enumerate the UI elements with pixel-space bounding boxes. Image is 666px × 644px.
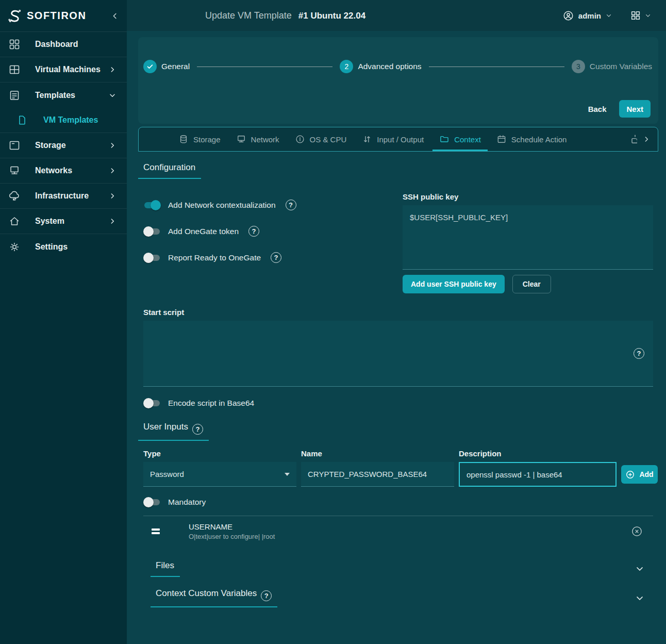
file-icon [16, 114, 28, 126]
sidebar-item-system[interactable]: System [0, 209, 127, 234]
main-content: General 2 Advanced options 3 Custom Vari… [127, 31, 666, 644]
description-input[interactable] [459, 462, 617, 487]
sidebar-collapse-button[interactable] [110, 11, 120, 21]
tab-schedule-action[interactable]: Schedule Action [490, 127, 574, 151]
page-title-entity: #1 Ubuntu 22.04 [298, 11, 365, 21]
page-title-text: Update VM Template [205, 10, 292, 21]
name-input[interactable] [301, 462, 454, 487]
network-contextualization-toggle[interactable] [143, 200, 161, 210]
step-completed-check-icon [143, 60, 157, 73]
storage-icon [8, 139, 21, 152]
sidebar-item-networks[interactable]: Networks [0, 158, 127, 184]
sidebar-item-vm-templates[interactable]: VM Templates [0, 108, 127, 133]
chevron-right-icon [108, 141, 116, 150]
sidebar: SOFTIRON Dashboard Virtual Machines [0, 0, 127, 644]
tab-context[interactable]: Context [432, 127, 488, 151]
sidebar-item-infrastructure[interactable]: Infrastructure [0, 184, 127, 209]
add-user-ssh-key-button[interactable]: Add user SSH public key [403, 275, 505, 293]
remove-user-input-icon[interactable] [631, 525, 643, 537]
chevron-right-icon [108, 167, 116, 175]
apps-menu-button[interactable] [630, 10, 652, 21]
sidebar-item-templates[interactable]: Templates [0, 82, 127, 108]
networks-icon [8, 164, 21, 177]
context-tabbar: Storage Network OS & CPU Input / Output [138, 127, 658, 152]
arrows-up-down-icon [362, 134, 372, 144]
context-pane: Configuration Add Network contextualizat… [143, 152, 653, 607]
configuration-section-title: Configuration [138, 162, 201, 179]
user-inputs-section-title: User Inputs? [138, 422, 209, 441]
system-icon [8, 215, 21, 227]
sidebar-logo-row: SOFTIRON [0, 0, 127, 32]
step-number: 3 [572, 60, 585, 73]
toggle-row-report-ready: Report Ready to OneGate ? [143, 252, 403, 263]
wizard-actions: Back Next [583, 100, 651, 118]
files-section-header[interactable]: Files [143, 560, 653, 577]
report-ready-toggle[interactable] [143, 253, 161, 263]
user-avatar-icon [562, 10, 574, 22]
description-field-block: Description [459, 449, 617, 487]
step-connector [429, 67, 564, 67]
user-name: admin [578, 11, 601, 20]
custom-variables-section-header[interactable]: Context Custom Variables? [143, 588, 653, 607]
select-arrow-icon [285, 473, 290, 476]
clipped-tab-icon[interactable] [629, 134, 637, 145]
help-icon[interactable]: ? [261, 590, 272, 601]
virtual-machines-icon [8, 63, 21, 76]
chevron-down-icon[interactable] [635, 564, 645, 574]
calendar-icon [496, 134, 507, 144]
user-menu-button[interactable]: admin [562, 10, 612, 22]
add-user-input-button[interactable]: Add [621, 465, 658, 484]
toggle-row-mandatory: Mandatory [143, 497, 653, 507]
type-select[interactable]: Password [143, 462, 296, 487]
name-field-block: Name [301, 449, 454, 487]
drag-handle-icon[interactable] [152, 529, 160, 534]
help-icon[interactable]: ? [248, 226, 259, 237]
wizard-stepper: General 2 Advanced options 3 Custom Vari… [138, 37, 658, 73]
custom-variables-section-title: Context Custom Variables? [151, 588, 277, 607]
sidebar-item-settings[interactable]: Settings [0, 234, 127, 259]
chevron-right-icon [108, 65, 116, 74]
next-button[interactable]: Next [619, 100, 651, 118]
sidebar-item-virtual-machines[interactable]: Virtual Machines [0, 57, 127, 82]
folder-icon [439, 134, 449, 144]
clear-ssh-key-button[interactable]: Clear [512, 275, 551, 293]
wizard-stepper-card: General 2 Advanced options 3 Custom Vari… [138, 37, 658, 124]
app-root: SOFTIRON Dashboard Virtual Machines [0, 0, 666, 644]
toggle-row-onegate-token: Add OneGate token ? [143, 226, 403, 237]
tabs-scroll-right-button[interactable] [642, 135, 651, 143]
ssh-public-key-textarea[interactable]: $USER[SSH_PUBLIC_KEY] [403, 205, 653, 270]
help-icon[interactable]: ? [286, 200, 296, 210]
sidebar-item-storage[interactable]: Storage [0, 133, 127, 158]
dashboard-icon [8, 38, 21, 51]
configuration-toggles: Add Network contextualization ? Add OneG… [143, 192, 403, 263]
page-title: Update VM Template #1 Ubuntu 22.04 [205, 10, 365, 21]
start-script-textarea[interactable] [143, 321, 653, 387]
tab-os-cpu[interactable]: OS & CPU [288, 127, 354, 151]
help-icon[interactable]: ? [192, 424, 203, 435]
chevron-right-icon [108, 192, 116, 200]
tab-input-output[interactable]: Input / Output [355, 127, 430, 151]
user-input-row-text: USERNAME O|text|user to configure| |root [189, 522, 275, 540]
user-input-row-username: USERNAME O|text|user to configure| |root [143, 516, 653, 546]
help-icon[interactable]: ? [634, 348, 644, 359]
chevron-down-icon[interactable] [635, 593, 645, 603]
tab-storage[interactable]: Storage [172, 127, 227, 151]
back-button[interactable]: Back [583, 101, 612, 118]
sidebar-item-dashboard[interactable]: Dashboard [0, 32, 127, 57]
step-advanced-options[interactable]: 2 Advanced options [340, 60, 421, 73]
chevron-down-icon [644, 12, 652, 19]
step-general[interactable]: General [143, 60, 190, 73]
step-custom-variables[interactable]: 3 Custom Variables [572, 60, 652, 73]
type-label: Type [143, 449, 296, 458]
help-icon[interactable]: ? [271, 252, 281, 263]
ssh-buttons: Add user SSH public key Clear [403, 275, 653, 293]
configuration-row: Add Network contextualization ? Add OneG… [143, 192, 653, 293]
encode-base64-toggle[interactable] [143, 398, 161, 408]
mandatory-toggle[interactable] [143, 497, 161, 507]
tab-network[interactable]: Network [229, 127, 286, 151]
start-script-label: Start script [143, 308, 653, 317]
apps-grid-icon [630, 10, 641, 21]
ssh-public-key-label: SSH public key [403, 192, 653, 201]
files-section-title: Files [151, 560, 180, 577]
onegate-token-toggle[interactable] [143, 226, 161, 237]
